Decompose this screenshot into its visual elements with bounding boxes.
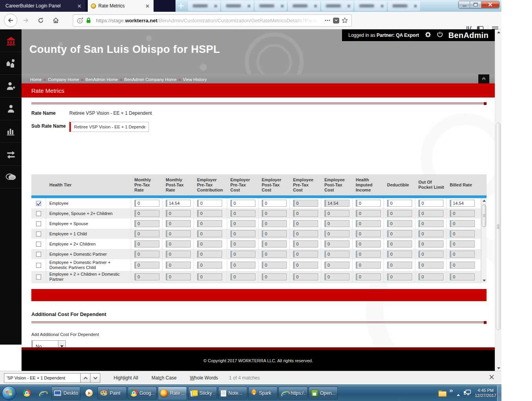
health-tier-checkbox[interactable] xyxy=(36,242,41,247)
network-tray-icon[interactable] xyxy=(463,389,471,397)
sidebar-item-partner-admin[interactable] xyxy=(0,75,22,98)
breadcrumb-link[interactable]: Company Home xyxy=(48,77,79,82)
rate-input[interactable] xyxy=(262,200,287,207)
url-bar[interactable]: https://stage.workterra.net/BenAdmin/Cus… xyxy=(73,14,352,27)
tab-rate-metrics[interactable]: Rate Metrics xyxy=(88,0,154,12)
rate-input[interactable] xyxy=(134,200,159,207)
find-previous-button[interactable] xyxy=(81,373,90,383)
rate-value-cell xyxy=(227,229,259,239)
taskbar-button[interactable]: Sticky ... xyxy=(188,387,217,400)
breadcrumb-link[interactable]: Home xyxy=(30,77,42,82)
rate-input[interactable] xyxy=(450,200,475,207)
sidebar-item-messages[interactable] xyxy=(0,166,22,188)
sidebar-item-modules[interactable] xyxy=(0,52,22,75)
rate-input xyxy=(418,251,443,258)
find-next-button[interactable] xyxy=(90,373,100,383)
taskbar-button[interactable]: e xyxy=(35,387,50,400)
bookmark-star-icon[interactable] xyxy=(340,16,349,25)
health-tier-checkbox[interactable] xyxy=(36,231,41,237)
column-header: Health Imputed Income xyxy=(353,174,384,195)
taskbar-button[interactable]: Open... xyxy=(309,387,338,400)
rate-value-cell xyxy=(384,271,415,283)
rate-input[interactable] xyxy=(418,200,443,207)
find-input[interactable] xyxy=(4,373,81,383)
tab-careerbuilder[interactable]: CareerBuilder Login Panel xyxy=(0,0,85,12)
rate-input[interactable] xyxy=(197,200,222,207)
health-tier-checkbox[interactable] xyxy=(36,211,41,216)
table-row: Employee + 2+ Children xyxy=(31,239,487,249)
rate-name-label: Rate Name xyxy=(31,110,56,116)
health-tier-checkbox[interactable] xyxy=(36,201,41,206)
forward-button[interactable] xyxy=(20,14,32,27)
rate-value-cell xyxy=(227,271,259,283)
scroll-up-icon[interactable] xyxy=(495,29,502,35)
sidebar-item-home[interactable] xyxy=(0,29,22,52)
highlight-all-toggle[interactable]: Highlight All xyxy=(114,375,138,381)
taskbar-button[interactable]: Rate ... xyxy=(158,387,187,400)
taskbar-button[interactable]: Goog... xyxy=(128,387,157,400)
rate-input[interactable] xyxy=(230,200,255,207)
logout-power-icon[interactable] xyxy=(437,31,443,39)
breadcrumb-link[interactable]: View History xyxy=(183,77,207,82)
rate-input[interactable] xyxy=(387,200,412,207)
sidebar-item-reports[interactable] xyxy=(0,120,22,143)
start-button[interactable] xyxy=(2,386,16,400)
scroll-down-icon[interactable] xyxy=(495,365,502,371)
health-tier-checkbox[interactable] xyxy=(36,221,41,226)
health-tier-checkbox[interactable] xyxy=(36,275,41,280)
sub-rate-name-input[interactable] xyxy=(69,122,149,132)
find-close-icon[interactable] xyxy=(489,374,496,381)
pocket-icon[interactable] xyxy=(332,16,340,25)
close-button[interactable] xyxy=(481,1,499,8)
hidden-icons-arrow[interactable] xyxy=(457,394,460,396)
table-scrollbar-thumb[interactable] xyxy=(482,204,486,227)
page-actions-icon[interactable] xyxy=(323,16,332,25)
taskbar-button[interactable]: Note... xyxy=(218,387,247,400)
taskbar-button[interactable] xyxy=(19,387,34,400)
breadcrumb-link[interactable]: BenAdmin Company Home xyxy=(124,77,176,82)
collapse-header-button[interactable] xyxy=(478,74,489,83)
health-tier-checkbox[interactable] xyxy=(36,263,41,268)
taskbar-button[interactable]: Spark xyxy=(248,387,277,400)
breadcrumb-link[interactable]: BenAdmin Home xyxy=(85,77,118,82)
rate-input[interactable] xyxy=(356,200,381,207)
whole-words-toggle[interactable]: Whole Words xyxy=(190,375,218,381)
site-info-icon[interactable] xyxy=(76,16,84,25)
tab-close-icon[interactable] xyxy=(144,3,150,9)
tab-close-icon[interactable] xyxy=(76,3,82,9)
sidebar-item-transfers[interactable] xyxy=(0,143,22,166)
health-tier-cell: Employee + Domestic Partner + Domestic P… xyxy=(46,259,131,271)
health-tier-cell: Employee, Spouse + 2+ Children xyxy=(46,208,131,219)
rate-metrics-content: Rate Name Retiree VSP Vision - EE + 1 De… xyxy=(22,98,495,347)
show-desktop-button[interactable] xyxy=(497,385,501,401)
https-lock-icon[interactable] xyxy=(84,16,93,25)
rate-input xyxy=(262,210,287,217)
table-scrollbar[interactable] xyxy=(481,198,487,283)
sidebar-item-employee[interactable] xyxy=(0,98,22,120)
tray-expand-icon[interactable] xyxy=(449,387,453,394)
rate-value-cell xyxy=(384,239,415,249)
rate-input[interactable] xyxy=(166,200,191,207)
taskbar-button[interactable] xyxy=(81,387,96,400)
home-button[interactable] xyxy=(49,14,62,27)
reload-button[interactable] xyxy=(34,14,47,27)
match-case-toggle[interactable]: Match Case xyxy=(152,375,177,381)
tray-clock[interactable]: 4:45 PM12/27/2017 xyxy=(475,388,496,398)
new-tab-icon[interactable] xyxy=(177,2,185,10)
explorer-folder-icon[interactable] xyxy=(438,390,446,396)
settings-gear-icon[interactable] xyxy=(425,31,431,40)
health-tier-cell: Employee + Spouse xyxy=(46,219,131,229)
page-scrollbar[interactable] xyxy=(495,29,501,371)
taskbar-button[interactable]: Paint xyxy=(98,387,127,400)
checkbox-cell xyxy=(31,219,46,229)
page-scrollbar-thumb[interactable] xyxy=(496,123,501,330)
scroll-up-icon[interactable] xyxy=(481,198,487,203)
taskbar-button[interactable]: Desktop xyxy=(51,387,80,400)
taskbar-button[interactable]: ehttps:/... xyxy=(279,387,308,400)
health-tier-checkbox[interactable] xyxy=(36,252,41,257)
back-button[interactable] xyxy=(4,14,17,27)
rate-value-cell xyxy=(194,249,227,259)
scroll-down-icon[interactable] xyxy=(481,278,487,283)
minimize-button[interactable] xyxy=(459,1,470,8)
maximize-button[interactable] xyxy=(470,1,481,8)
